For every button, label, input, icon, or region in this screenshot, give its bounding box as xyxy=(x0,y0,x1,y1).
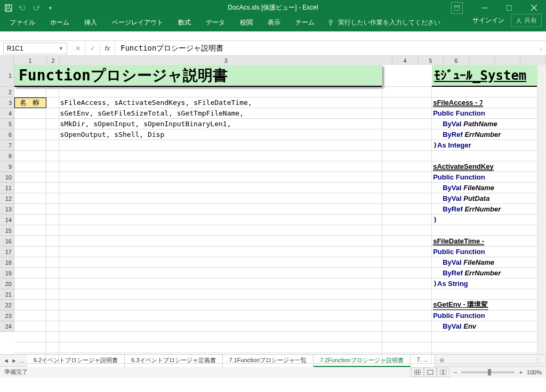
code-cell[interactable]: ) xyxy=(432,215,546,225)
cell[interactable] xyxy=(382,247,432,257)
cell[interactable] xyxy=(59,204,382,215)
row-header[interactable]: 7 xyxy=(0,140,14,151)
code-cell[interactable]: ) As String xyxy=(432,279,546,289)
procedure-list-cell[interactable]: sGetEnv, sGetFileSizeTotal, sGetTmpFileN… xyxy=(59,108,382,119)
cell[interactable] xyxy=(382,172,432,183)
row-header[interactable]: 21 xyxy=(0,289,14,300)
cell[interactable] xyxy=(46,236,59,247)
cell[interactable] xyxy=(14,247,46,257)
name-box[interactable]: R1C1 ▼ xyxy=(3,43,67,54)
cell[interactable] xyxy=(382,342,432,353)
module-title-cell[interactable]: ﾓｼﾞｭｰﾙ_System xyxy=(432,65,546,87)
code-cell[interactable]: ByVal FileName xyxy=(432,257,546,268)
cell[interactable] xyxy=(382,183,432,193)
cell[interactable] xyxy=(14,215,46,225)
cell[interactable] xyxy=(46,172,59,183)
cell[interactable] xyxy=(382,279,432,289)
cell[interactable] xyxy=(14,300,46,311)
cell[interactable] xyxy=(382,225,432,236)
cell[interactable] xyxy=(46,353,59,364)
cell[interactable] xyxy=(59,172,382,183)
cell[interactable] xyxy=(14,311,46,321)
cell[interactable] xyxy=(46,257,59,268)
cell[interactable] xyxy=(382,97,432,108)
row-header[interactable]: 14 xyxy=(0,215,14,225)
tell-me-search[interactable]: 実行したい作業を入力してください xyxy=(322,18,446,31)
col-header[interactable] xyxy=(520,56,546,65)
col-header[interactable]: 6 xyxy=(444,56,469,65)
procedure-list-cell[interactable]: sFileAccess, sActivateSendKeys, sFileDat… xyxy=(59,97,382,108)
code-cell[interactable]: sFileDateTime - xyxy=(432,236,546,247)
cell[interactable] xyxy=(59,140,382,151)
cell[interactable] xyxy=(14,289,46,300)
cell[interactable] xyxy=(46,161,59,172)
code-cell[interactable]: ByVal FileName xyxy=(432,183,546,193)
cell[interactable] xyxy=(382,311,432,321)
cell[interactable] xyxy=(14,193,46,204)
cell[interactable] xyxy=(382,332,432,342)
code-cell[interactable]: sGetEnv - 環境変 xyxy=(432,300,546,311)
row-header[interactable]: 1 xyxy=(0,65,14,87)
cell[interactable] xyxy=(14,204,46,215)
cell[interactable] xyxy=(46,247,59,257)
row-header[interactable]: 5 xyxy=(0,119,14,129)
cell[interactable] xyxy=(14,119,46,129)
col-header[interactable]: 3 xyxy=(60,56,392,65)
row-header[interactable]: 18 xyxy=(0,257,14,268)
maximize-button[interactable] xyxy=(497,0,521,15)
select-all-corner[interactable] xyxy=(0,56,14,65)
ribbon-tab-3[interactable]: ページレイアウト xyxy=(105,15,171,31)
ribbon-tab-0[interactable]: ファイル xyxy=(2,15,43,31)
minimize-button[interactable] xyxy=(472,0,497,15)
cell[interactable] xyxy=(14,151,46,161)
cell[interactable] xyxy=(382,236,432,247)
cell[interactable] xyxy=(46,140,59,151)
cell[interactable] xyxy=(14,87,46,97)
cell[interactable] xyxy=(382,161,432,172)
row-header[interactable]: 4 xyxy=(0,108,14,119)
cell[interactable] xyxy=(14,225,46,236)
zoom-out-button[interactable]: − xyxy=(454,369,457,375)
row-header[interactable]: 12 xyxy=(0,193,14,204)
vertical-scrollbar[interactable] xyxy=(537,65,546,354)
row-header[interactable]: 16 xyxy=(0,236,14,247)
formula-bar-expand-icon[interactable]: ⌄ xyxy=(536,46,546,51)
cell[interactable] xyxy=(59,215,382,225)
row-header[interactable]: 20 xyxy=(0,279,14,289)
code-cell[interactable] xyxy=(432,353,546,364)
row-header[interactable]: 10 xyxy=(0,172,14,183)
code-cell[interactable] xyxy=(432,342,546,353)
cell[interactable] xyxy=(46,151,59,161)
row-header[interactable]: 8 xyxy=(0,151,14,161)
save-button[interactable] xyxy=(2,2,15,14)
ribbon-tab-5[interactable]: データ xyxy=(198,15,232,31)
normal-view-button[interactable] xyxy=(411,368,424,377)
cell[interactable] xyxy=(14,342,46,353)
cell[interactable] xyxy=(382,204,432,215)
cell[interactable] xyxy=(382,129,432,140)
name-box-dropdown-icon[interactable]: ▼ xyxy=(59,46,63,51)
ribbon-tab-2[interactable]: 挿入 xyxy=(77,15,105,31)
col-header[interactable]: 5 xyxy=(418,56,444,65)
cell[interactable] xyxy=(59,332,382,342)
col-header[interactable]: 4 xyxy=(392,56,418,65)
procedure-list-cell[interactable]: sOpenOutput, sShell, Disp xyxy=(59,129,382,140)
cell[interactable] xyxy=(382,353,432,364)
cell[interactable] xyxy=(59,300,382,311)
cell[interactable] xyxy=(14,257,46,268)
share-button[interactable]: 共有 xyxy=(511,14,542,27)
cell[interactable] xyxy=(382,65,432,87)
col-header[interactable]: 2 xyxy=(47,56,60,65)
code-cell[interactable]: Public Function xyxy=(432,108,546,119)
formula-input[interactable]: Functionプロシージャ説明書 xyxy=(115,44,536,53)
cell[interactable] xyxy=(14,172,46,183)
code-cell[interactable] xyxy=(432,332,546,342)
code-cell[interactable]: Public Function xyxy=(432,311,546,321)
code-cell[interactable] xyxy=(432,225,546,236)
cell[interactable] xyxy=(46,204,59,215)
code-cell[interactable]: ByRef ErrNumber xyxy=(432,268,546,279)
cell[interactable] xyxy=(59,279,382,289)
cell[interactable] xyxy=(14,183,46,193)
cell[interactable] xyxy=(382,300,432,311)
insert-function-button[interactable]: fx xyxy=(100,43,115,54)
